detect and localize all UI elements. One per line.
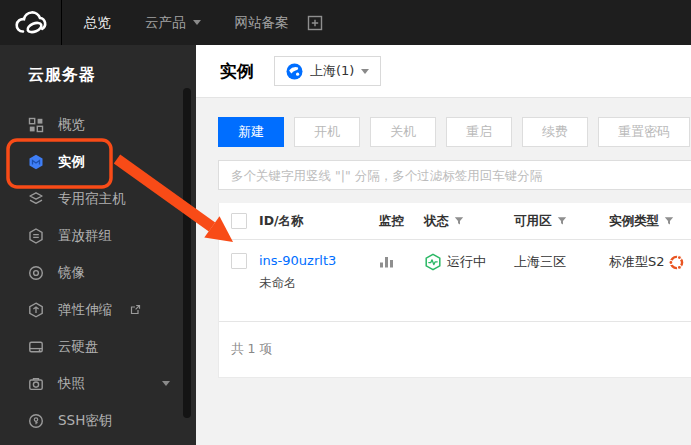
instance-id-link[interactable]: ins-90uzrlt3: [259, 253, 379, 268]
filter-icon[interactable]: [664, 216, 674, 226]
row-select-cell: [219, 253, 259, 269]
sidebar-menu: 概览 实例 专用宿主机 置放群组: [0, 106, 196, 439]
sidebar-item-label: 置放群组: [58, 227, 112, 245]
image-icon: [28, 265, 44, 281]
globe-icon: [286, 63, 303, 80]
search-input[interactable]: [231, 168, 691, 183]
instance-type-text: 标准型S2: [609, 253, 665, 271]
nav-item-icp-filing[interactable]: 网站备案: [235, 14, 289, 32]
nav-label: 总览: [84, 14, 111, 32]
table-row: ins-90uzrlt3 未命名 运行中: [219, 240, 691, 322]
sidebar-item-label: 快照: [58, 375, 85, 393]
sidebar-scrollbar[interactable]: [183, 88, 191, 418]
instance-id-cell: ins-90uzrlt3 未命名: [259, 253, 379, 292]
topbar-nav: 总览 云产品 网站备案: [84, 14, 289, 32]
status-cell: 运行中: [424, 253, 514, 271]
external-link-icon: [130, 304, 141, 315]
sidebar-item-label: SSH密钥: [58, 412, 112, 430]
sidebar-item-cloud-disks[interactable]: 云硬盘: [0, 328, 196, 365]
region-label: 上海(1): [310, 62, 354, 80]
zone-text: 上海三区: [514, 254, 566, 269]
column-header-zone: 可用区: [514, 213, 609, 230]
select-all-checkbox[interactable]: [231, 213, 247, 229]
filter-icon[interactable]: [454, 216, 464, 226]
status-text: 运行中: [447, 253, 486, 271]
cloud-disk-icon: [28, 339, 44, 355]
chevron-down-icon: [361, 69, 369, 74]
running-hexagon-icon: [424, 253, 442, 271]
create-button[interactable]: 新建: [218, 117, 284, 147]
reset-password-button[interactable]: 重置密码: [598, 117, 690, 147]
column-header-instance-type: 实例类型: [609, 213, 691, 230]
column-header-monitor: 监控: [379, 213, 424, 230]
zone-cell: 上海三区: [514, 253, 609, 271]
content-header: 实例 上海(1): [196, 45, 691, 98]
sidebar-item-label: 实例: [58, 153, 85, 171]
table-footer: 共 1 项: [219, 322, 691, 377]
plus-square-icon: [307, 15, 323, 31]
sidebar-item-label: 弹性伸缩: [58, 301, 112, 319]
toolbar: 新建 开机 关机 重启 续费 重置密码: [218, 117, 691, 147]
column-header-id-name[interactable]: ID/名称: [259, 213, 379, 230]
restart-button[interactable]: 重启: [446, 117, 512, 147]
content-body: 新建 开机 关机 重启 续费 重置密码 ID/名称 监控 状态: [196, 98, 691, 445]
instance-name: 未命名: [259, 275, 379, 292]
shutdown-button[interactable]: 关机: [370, 117, 436, 147]
dedicated-host-icon: [28, 191, 44, 207]
search-box: [218, 160, 691, 190]
sidebar-item-overview[interactable]: 概览: [0, 106, 196, 143]
start-button[interactable]: 开机: [294, 117, 360, 147]
sidebar-product-title: 云服务器: [0, 45, 196, 86]
chevron-down-icon: [193, 20, 201, 25]
placement-group-icon: [28, 228, 44, 244]
filter-icon[interactable]: [557, 216, 567, 226]
autoscaling-icon: [28, 302, 44, 318]
column-label: ID/名称: [259, 213, 304, 230]
sidebar-item-label: 概览: [58, 116, 85, 134]
renew-button[interactable]: 续费: [522, 117, 588, 147]
nav-label: 云产品: [145, 14, 186, 32]
sidebar-item-auto-scaling[interactable]: 弹性伸缩: [0, 291, 196, 328]
column-label: 可用区: [514, 213, 552, 230]
table-header-row: ID/名称 监控 状态 可用区 实例类型: [219, 203, 691, 240]
sidebar-item-label: 云硬盘: [58, 338, 99, 356]
monitor-cell: [379, 253, 424, 269]
tencent-cloud-logo[interactable]: [0, 0, 62, 45]
column-label: 实例类型: [609, 213, 659, 230]
sidebar-item-instances[interactable]: 实例: [0, 143, 196, 180]
column-header-status: 状态: [424, 213, 514, 230]
nav-label: 网站备案: [235, 14, 289, 32]
sidebar-item-ssh-keys[interactable]: SSH密钥: [0, 402, 196, 439]
sidebar-item-images[interactable]: 镜像: [0, 254, 196, 291]
ssh-key-icon: [28, 413, 44, 429]
select-all-cell: [219, 213, 259, 229]
total-count-text: 共 1 项: [231, 341, 272, 358]
instance-table: ID/名称 监控 状态 可用区 实例类型: [218, 203, 691, 378]
sidebar-item-label: 镜像: [58, 264, 85, 282]
sidebar-item-label: 专用宿主机: [58, 190, 126, 208]
instance-type-cell: 标准型S2: [609, 253, 691, 271]
snapshot-icon: [28, 376, 44, 392]
column-label: 监控: [379, 213, 404, 230]
instance-icon: [28, 154, 44, 170]
ubuntu-logo-icon: [668, 254, 685, 271]
sidebar: 云服务器 概览 实例 专用宿主机: [0, 45, 196, 445]
add-to-console-button[interactable]: [307, 15, 323, 31]
row-checkbox[interactable]: [231, 253, 247, 269]
region-selector[interactable]: 上海(1): [274, 56, 381, 86]
column-label: 状态: [424, 213, 449, 230]
chevron-down-icon[interactable]: [162, 381, 170, 386]
topbar: 总览 云产品 网站备案: [0, 0, 691, 45]
page-title: 实例: [220, 60, 254, 83]
overview-icon: [28, 117, 44, 133]
nav-item-overview[interactable]: 总览: [84, 14, 111, 32]
sidebar-item-snapshots[interactable]: 快照: [0, 365, 196, 402]
cloud-logo-icon: [13, 9, 49, 37]
sidebar-item-dedicated-hosts[interactable]: 专用宿主机: [0, 180, 196, 217]
bar-chart-icon[interactable]: [379, 254, 424, 269]
nav-item-cloud-products[interactable]: 云产品: [145, 14, 201, 32]
sidebar-item-placement-groups[interactable]: 置放群组: [0, 217, 196, 254]
